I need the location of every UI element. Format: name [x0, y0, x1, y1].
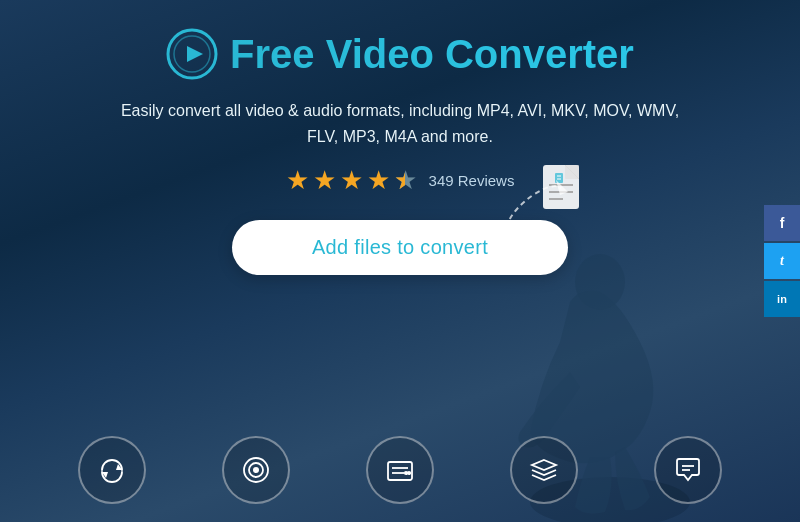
facebook-button[interactable]: f	[764, 205, 800, 241]
star-4: ★	[367, 165, 390, 196]
twitter-button[interactable]: t	[764, 243, 800, 279]
layers-icon	[528, 454, 560, 486]
star-2: ★	[313, 165, 336, 196]
subtitle-button[interactable]	[366, 436, 434, 504]
social-sidebar: f t in	[764, 205, 800, 317]
star-1: ★	[286, 165, 309, 196]
logo-icon	[166, 28, 218, 80]
svg-rect-10	[555, 173, 563, 183]
twitter-icon: t	[780, 253, 784, 269]
disc-icon	[240, 454, 272, 486]
svg-point-16	[253, 467, 259, 473]
add-files-button[interactable]: Add files to convert	[232, 220, 568, 275]
svg-marker-23	[532, 460, 556, 470]
app-title: Free Video Converter	[230, 32, 634, 77]
app-subtitle: Easily convert all video & audio formats…	[110, 98, 690, 149]
subtitle-icon	[384, 454, 416, 486]
star-3: ★	[340, 165, 363, 196]
chat-icon	[672, 454, 704, 486]
main-content: Free Video Converter Easily convert all …	[0, 0, 800, 285]
convert-icon	[96, 454, 128, 486]
svg-point-22	[408, 472, 410, 474]
app-header: Free Video Converter	[166, 28, 634, 80]
svg-point-21	[405, 472, 407, 474]
layers-button[interactable]	[510, 436, 578, 504]
svg-marker-4	[187, 46, 203, 62]
facebook-icon: f	[780, 215, 785, 231]
chat-button[interactable]	[654, 436, 722, 504]
linkedin-button[interactable]: in	[764, 281, 800, 317]
bottom-toolbar	[0, 436, 800, 504]
drop-area: Add files to convert	[232, 220, 568, 275]
star-5: ★ ★	[394, 165, 417, 196]
svg-rect-6	[565, 165, 579, 179]
linkedin-icon: in	[777, 293, 787, 305]
disc-button[interactable]	[222, 436, 290, 504]
convert-button[interactable]	[78, 436, 146, 504]
